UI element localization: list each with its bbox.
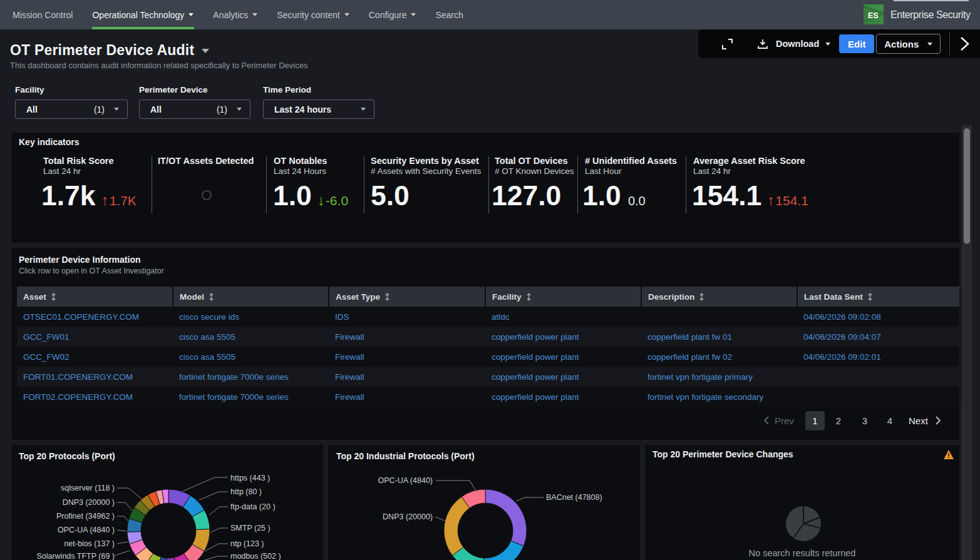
svg-text:ES: ES <box>868 11 879 20</box>
